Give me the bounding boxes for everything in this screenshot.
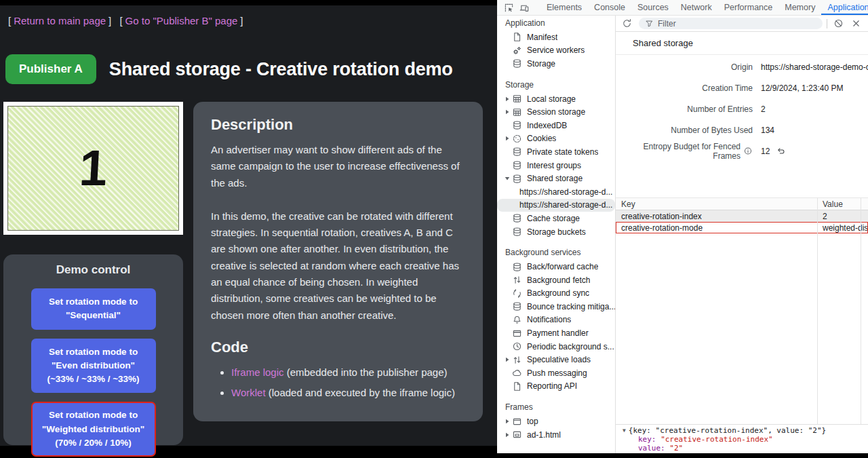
description-paragraph-2: In this demo, the creative can be rotate…	[211, 208, 465, 324]
info-icon	[743, 147, 753, 156]
sidebar-item-label: https://shared-storage-d...	[519, 187, 612, 197]
devtools-body: ApplicationManifestService workersStorag…	[497, 16, 868, 454]
tab-elements[interactable]: Elements	[540, 0, 588, 15]
rotation-mode-button-3[interactable]: Set rotation mode to"Weighted distributi…	[31, 402, 156, 457]
code-list: Iframe logic (embedded into the publishe…	[211, 364, 465, 401]
sidebar-item-label: Manifest	[527, 33, 557, 42]
tab-network[interactable]: Network	[675, 0, 718, 15]
divider	[827, 19, 827, 28]
code-link-note: (loaded and executed by the iframe logic…	[266, 387, 455, 398]
code-link-iframe-logic[interactable]: Iframe logic	[231, 366, 284, 378]
screen-edge	[497, 453, 868, 458]
inspect-element-icon[interactable]	[504, 2, 514, 13]
sidebar-item-cookies[interactable]: Cookies	[497, 132, 615, 146]
sidebar-item-ad-1-html[interactable]: ad-1.html	[497, 428, 615, 442]
sidebar-item-service-workers[interactable]: Service workers	[497, 44, 615, 58]
preview-props: key: "creative-rotation-index"value: "2"	[623, 436, 865, 453]
devtools-tabbar: ElementsConsoleSourcesNetworkPerformance…	[497, 0, 868, 16]
metadata-label: Number of Bytes Used	[616, 126, 753, 135]
rotation-mode-button-2[interactable]: Set rotation mode to"Even distribution"(…	[31, 339, 156, 394]
sidebar-item-notifications[interactable]: Notifications	[497, 313, 615, 327]
bell-icon	[512, 314, 523, 325]
storage-entry-row-creative-rotation-mode[interactable]: creative-rotation-modeweighted-distribut…	[616, 222, 868, 233]
application-sidebar: ApplicationManifestService workersStorag…	[497, 16, 616, 454]
sidebar-item-interest-groups[interactable]: Interest groups	[497, 159, 615, 172]
metadata-row-creation-time: Creation Time12/9/2024, 1:23:40 PM	[616, 77, 868, 98]
cloud-icon	[512, 368, 523, 379]
sidebar-item-shared-storage[interactable]: Shared storage	[497, 172, 615, 185]
close-icon[interactable]	[851, 18, 862, 29]
panel-toolbar: Filter	[616, 16, 868, 32]
sidebar-section-background-services: Background services	[497, 245, 615, 260]
code-link-worklet[interactable]: Worklet	[231, 387, 266, 398]
refresh-icon[interactable]	[622, 18, 633, 29]
tab-performance[interactable]: Performance	[718, 0, 779, 15]
grid-header: Key Value	[616, 198, 868, 210]
sidebar-item-https-shared-storage-d[interactable]: https://shared-storage-d...	[497, 199, 615, 212]
publisher-b-link[interactable]: Go to "Publisher B" page	[125, 15, 238, 26]
publisher-page-body: [Return to main page] [Go to "Publisher …	[0, 5, 497, 446]
filter-placeholder: Filter	[658, 19, 676, 28]
sidebar-item-background-fetch[interactable]: Background fetch	[497, 273, 615, 287]
creative-number: 1	[78, 143, 108, 193]
device-toolbar-icon[interactable]	[519, 2, 530, 13]
sidebar-item-top[interactable]: top	[497, 415, 615, 428]
description-heading: Description	[211, 116, 465, 134]
sidebar-item-reporting-api[interactable]: Reporting API	[497, 380, 615, 394]
database-icon	[512, 213, 523, 224]
sidebar-item-background-sync[interactable]: Background sync	[497, 287, 615, 301]
sidebar-item-local-storage[interactable]: Local storage	[497, 92, 615, 106]
bracket: ]	[108, 15, 111, 26]
sidebar-item-periodic-background-s[interactable]: Periodic background s...	[497, 340, 615, 354]
sidebar-item-cache-storage[interactable]: Cache storage	[497, 212, 615, 225]
sidebar-item-storage-buckets[interactable]: Storage buckets	[497, 225, 615, 239]
code-link-note: (embedded into the publisher page)	[284, 366, 448, 378]
sidebar-item-back-forward-cache[interactable]: Back/forward cache	[497, 260, 615, 273]
sidebar-item-https-shared-storage-d[interactable]: https://shared-storage-d...	[497, 185, 615, 199]
triangle-right-icon[interactable]	[502, 419, 512, 424]
triangle-right-icon[interactable]	[502, 96, 512, 102]
sidebar-item-indexeddb[interactable]: IndexedDB	[497, 119, 615, 132]
tab-sources[interactable]: Sources	[631, 0, 675, 15]
bracket: ]	[240, 15, 243, 26]
storage-entry-row-creative-rotation-index[interactable]: creative-rotation-index2	[616, 210, 868, 222]
return-main-link[interactable]: Return to main page	[14, 15, 106, 26]
metadata-row-number-of-bytes-used: Number of Bytes Used134	[616, 119, 868, 140]
triangle-down-icon[interactable]: ▼	[623, 427, 626, 436]
sidebar-item-label: Push messaging	[527, 368, 587, 378]
creative-ad: 1	[7, 106, 179, 231]
sidebar-item-label: ad-1.html	[527, 430, 561, 440]
triangle-right-icon[interactable]	[502, 136, 512, 141]
rotation-mode-button-1[interactable]: Set rotation mode to"Sequential"	[31, 288, 156, 330]
sidebar-item-speculative-loads[interactable]: Speculative loads	[497, 353, 615, 366]
sidebar-item-session-storage[interactable]: Session storage	[497, 105, 615, 119]
key-value-grid: Key Value creative-rotation-index2creati…	[616, 197, 868, 427]
sidebar-item-private-state-tokens[interactable]: Private state tokens	[497, 145, 615, 159]
sidebar-item-payment-handler[interactable]: Payment handler	[497, 326, 615, 340]
triangle-right-icon[interactable]	[502, 432, 512, 438]
metadata-value: 2	[761, 104, 766, 114]
sidebar-item-bounce-tracking-mitiga[interactable]: Bounce tracking mitiga...	[497, 300, 615, 313]
tab-memory[interactable]: Memory	[778, 0, 821, 15]
sidebar-item-push-messaging[interactable]: Push messaging	[497, 366, 615, 380]
undo-icon[interactable]	[776, 147, 785, 156]
code-list-item: Iframe logic (embedded into the publishe…	[231, 364, 465, 380]
metadata-row-entropy-budget-for-fenced-frames: Entropy Budget for Fenced Frames12	[616, 140, 868, 161]
column-divider[interactable]	[817, 198, 818, 427]
shared-storage-title: Shared storage	[616, 32, 868, 55]
tab-console[interactable]: Console	[588, 0, 631, 15]
triangle-right-icon[interactable]	[502, 357, 512, 362]
sidebar-item-label: Reporting API	[527, 381, 577, 391]
tab-application[interactable]: Application	[821, 0, 868, 15]
demo-control-panel: Demo control Set rotation mode to"Sequen…	[3, 254, 183, 445]
triangle-right-icon[interactable]	[502, 109, 512, 115]
sidebar-item-label: Background sync	[527, 288, 589, 298]
sidebar-item-label: Shared storage	[527, 174, 583, 183]
sidebar-item-manifest[interactable]: Manifest	[497, 31, 615, 44]
triangle-down-icon[interactable]	[502, 176, 512, 181]
sidebar-item-storage[interactable]: Storage	[497, 57, 615, 71]
clear-icon[interactable]	[833, 18, 844, 29]
filter-input[interactable]: Filter	[639, 18, 823, 29]
sidebar-item-label: Speculative loads	[527, 355, 591, 364]
key-column-header[interactable]: Key	[616, 199, 817, 209]
